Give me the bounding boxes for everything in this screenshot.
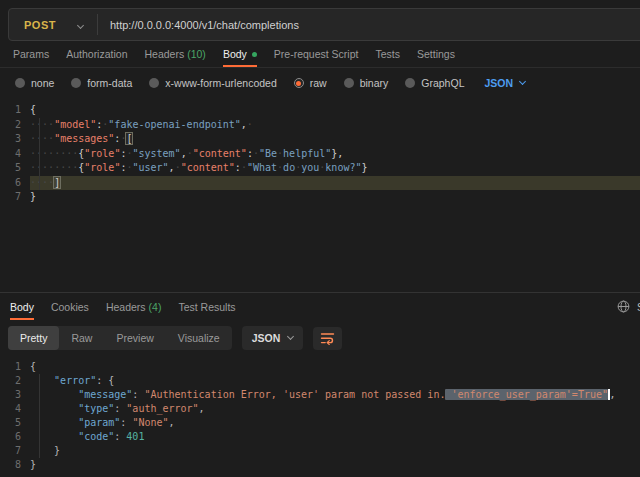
- line-number: 5: [0, 161, 30, 176]
- response-language-label: JSON: [252, 332, 281, 344]
- tab-label: Pre-request Script: [274, 48, 359, 60]
- code-line[interactable]: 2····"model":·"fake-openai-endpoint",·: [0, 118, 640, 133]
- view-pretty[interactable]: Pretty: [8, 326, 59, 350]
- response-meta-cluster: S: [617, 293, 640, 320]
- tab-label: Authorization: [66, 48, 127, 60]
- line-number: 4: [0, 402, 30, 416]
- code-line[interactable]: 2 "error": {: [0, 374, 640, 388]
- view-raw[interactable]: Raw: [59, 326, 104, 350]
- code-text: {: [30, 360, 640, 374]
- response-tabs: BodyCookiesHeaders (4)Test ResultsS: [0, 293, 640, 320]
- body-type-none[interactable]: none: [15, 77, 54, 89]
- radio-label: x-www-form-urlencoded: [165, 77, 276, 89]
- tab-body[interactable]: Body: [10, 293, 34, 320]
- code-line[interactable]: 1{: [0, 103, 640, 118]
- code-text: ········{"role":·"system",·"content":·"B…: [30, 147, 640, 162]
- body-type-binary[interactable]: binary: [344, 77, 389, 89]
- code-line[interactable]: 7}: [0, 190, 640, 205]
- response-body-viewer[interactable]: 1{2 "error": {3 "message": "Authenticati…: [0, 356, 640, 477]
- tab-headers[interactable]: Headers (10): [144, 41, 205, 67]
- view-visualize[interactable]: Visualize: [166, 326, 232, 350]
- code-text: "param": "None",: [30, 416, 640, 430]
- body-type-raw[interactable]: raw: [294, 77, 327, 89]
- url-text[interactable]: http://0.0.0.0:4000/v1/chat/completions: [110, 19, 299, 31]
- radio-label: GraphQL: [421, 77, 464, 89]
- code-line[interactable]: 4 "type": "auth_error",: [0, 402, 640, 416]
- code-line[interactable]: 1{: [0, 360, 640, 374]
- url-input[interactable]: POST http://0.0.0.0:4000/v1/chat/complet…: [8, 8, 640, 41]
- response-language-select[interactable]: JSON: [242, 326, 304, 350]
- line-number: 3: [0, 132, 30, 147]
- wrap-text-icon: [320, 332, 335, 345]
- line-number: 4: [0, 147, 30, 162]
- radio-label: form-data: [87, 77, 132, 89]
- response-panel: BodyCookiesHeaders (4)Test ResultsS Pret…: [0, 292, 640, 477]
- code-line[interactable]: 6····]: [0, 176, 640, 191]
- selection-highlight: 'enforce_user_param'=True": [445, 389, 608, 400]
- code-line[interactable]: 5 "param": "None",: [0, 416, 640, 430]
- line-number: 6: [0, 176, 30, 191]
- code-line[interactable]: 8}: [0, 458, 640, 472]
- tab-tests[interactable]: Tests: [375, 41, 400, 67]
- radio-icon: [149, 78, 159, 88]
- tab-pre-request-script[interactable]: Pre-request Script: [274, 41, 359, 67]
- radio-icon: [71, 78, 81, 88]
- line-number: 1: [0, 103, 30, 118]
- request-language-label: JSON: [484, 77, 513, 89]
- line-number: 1: [0, 360, 30, 374]
- tab-headers[interactable]: Headers (4): [106, 293, 162, 320]
- line-number: 6: [0, 430, 30, 444]
- tab-authorization[interactable]: Authorization: [66, 41, 127, 67]
- tab-label: Headers: [144, 48, 184, 60]
- chevron-down-icon[interactable]: [78, 16, 83, 34]
- body-type-row: noneform-datax-www-form-urlencodedrawbin…: [0, 68, 640, 98]
- body-type-graphql[interactable]: GraphQL: [405, 77, 464, 89]
- line-number: 8: [0, 458, 30, 472]
- radio-label: binary: [360, 77, 389, 89]
- tab-label: Body: [223, 48, 247, 60]
- wrap-text-button[interactable]: [313, 327, 342, 350]
- tab-cookies[interactable]: Cookies: [51, 293, 89, 320]
- body-type-x-www-form-urlencoded[interactable]: x-www-form-urlencoded: [149, 77, 276, 89]
- tab-label: Tests: [375, 48, 400, 60]
- request-url-bar: POST http://0.0.0.0:4000/v1/chat/complet…: [0, 0, 640, 41]
- tab-label: Headers: [106, 301, 146, 313]
- code-text: "message": "Authentication Error, 'user'…: [30, 388, 640, 402]
- body-type-form-data[interactable]: form-data: [71, 77, 132, 89]
- unsaved-body-dot-icon: [252, 52, 257, 57]
- postman-window: POST http://0.0.0.0:4000/v1/chat/complet…: [0, 0, 640, 477]
- code-line[interactable]: 7 }: [0, 444, 640, 458]
- radio-selected-icon: [294, 78, 304, 88]
- tab-label: Params: [13, 48, 49, 60]
- code-text: ····]: [30, 176, 640, 191]
- code-text: {: [30, 103, 640, 118]
- matched-bracket: [: [126, 133, 132, 144]
- view-preview[interactable]: Preview: [104, 326, 165, 350]
- code-text: }: [30, 458, 640, 472]
- globe-icon[interactable]: [617, 300, 630, 313]
- request-tabs: ParamsAuthorizationHeaders (10)BodyPre-r…: [0, 41, 640, 68]
- chevron-down-icon: [287, 332, 294, 339]
- code-line[interactable]: 5········{"role":·"user",·"content":·"Wh…: [0, 161, 640, 176]
- radio-icon: [405, 78, 415, 88]
- tab-params[interactable]: Params: [13, 41, 49, 67]
- tab-settings[interactable]: Settings: [417, 41, 455, 67]
- request-body-editor[interactable]: 1{2····"model":·"fake-openai-endpoint",·…: [0, 98, 640, 292]
- tab-body[interactable]: Body: [223, 41, 257, 67]
- code-text: "error": {: [30, 374, 640, 388]
- line-number: 3: [0, 388, 30, 402]
- code-text: ····"messages":·[: [30, 132, 640, 147]
- tab-label: Test Results: [178, 301, 235, 313]
- request-language-select[interactable]: JSON: [484, 77, 525, 89]
- line-number: 2: [0, 118, 30, 133]
- line-number: 7: [0, 190, 30, 205]
- code-line[interactable]: 3····"messages":·[: [0, 132, 640, 147]
- code-line[interactable]: 6 "code": 401: [0, 430, 640, 444]
- code-text: "type": "auth_error",: [30, 402, 640, 416]
- chevron-down-icon: [519, 77, 526, 84]
- code-line[interactable]: 4········{"role":·"system",·"content":·"…: [0, 147, 640, 162]
- code-line[interactable]: 3 "message": "Authentication Error, 'use…: [0, 388, 640, 402]
- tab-test-results[interactable]: Test Results: [178, 293, 235, 320]
- code-text: "code": 401: [30, 430, 640, 444]
- method-select[interactable]: POST: [9, 19, 56, 31]
